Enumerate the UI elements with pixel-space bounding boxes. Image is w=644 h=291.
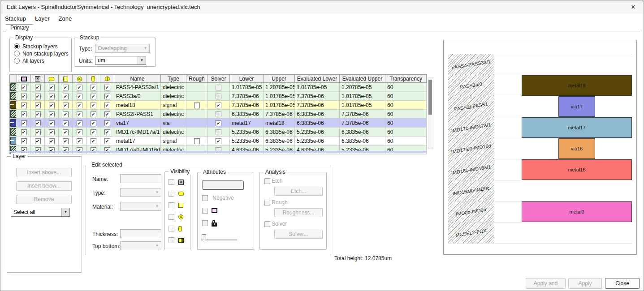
- radio-option-stackup-layers[interactable]: Stackup layers: [14, 43, 58, 50]
- solver-checkbox[interactable]: [216, 85, 221, 90]
- column-header-monitor-icon[interactable]: [17, 75, 31, 83]
- eval-upper-cell[interactable]: 5.2335e-06: [340, 146, 385, 154]
- visibility-option-checkbox[interactable]: [169, 237, 174, 243]
- eval-upper-cell[interactable]: 1.01785e-05: [340, 101, 385, 110]
- upper-cell[interactable]: 6.3835e-06: [264, 128, 295, 137]
- column-header-name[interactable]: Name: [114, 75, 161, 83]
- column-header-type[interactable]: Type: [161, 75, 186, 83]
- visibility-checkbox[interactable]: [35, 138, 41, 144]
- visibility-checkbox[interactable]: [77, 94, 82, 99]
- transparency-cell[interactable]: 60: [385, 137, 427, 146]
- visibility-checkbox[interactable]: [91, 111, 96, 117]
- type-cell[interactable]: signal: [161, 137, 186, 146]
- eval-upper-cell[interactable]: 6.3835e-06: [340, 128, 385, 137]
- column-header-rough[interactable]: Rough: [186, 75, 207, 83]
- name-cell[interactable]: IMD17a/0-IMD16d: [114, 146, 161, 154]
- visibility-checkbox[interactable]: [49, 94, 55, 99]
- name-cell[interactable]: PASS2f-PASS1: [114, 110, 161, 119]
- visibility-checkbox[interactable]: [104, 129, 110, 135]
- name-cell[interactable]: metal18: [114, 101, 161, 110]
- visibility-option-checkbox[interactable]: [169, 214, 174, 220]
- thickness-field[interactable]: [120, 229, 161, 238]
- negative-checkbox[interactable]: [202, 195, 208, 201]
- visibility-checkbox[interactable]: [35, 103, 41, 108]
- column-header-polygon-icon[interactable]: [45, 75, 59, 83]
- name-cell[interactable]: via17: [114, 119, 161, 128]
- visibility-checkbox[interactable]: [63, 94, 69, 99]
- insert-below-button[interactable]: Insert below...: [16, 181, 72, 191]
- type-cell[interactable]: signal: [161, 101, 186, 110]
- upper-cell[interactable]: 1.01785e-05: [264, 101, 295, 110]
- eval-upper-cell[interactable]: 1.20785e-05: [340, 83, 385, 92]
- stackup-bar-metal16[interactable]: metal16: [522, 159, 632, 180]
- transparency-slider[interactable]: [201, 233, 237, 244]
- rough-checkbox[interactable]: [264, 200, 270, 205]
- table-scrollbar[interactable]: [428, 77, 433, 149]
- solver-checkbox[interactable]: [216, 111, 221, 117]
- eval-upper-cell[interactable]: 6.3835e-06: [340, 137, 385, 146]
- table-row[interactable]: PASS4-PASS3a/1dielectric1.01785e-051.207…: [10, 83, 427, 92]
- eval-upper-cell[interactable]: 7.3785e-06: [340, 119, 385, 128]
- radio-button[interactable]: [14, 58, 20, 64]
- column-header-pins-icon[interactable]: [59, 75, 73, 83]
- stackup-bar-metal18[interactable]: metal18: [522, 75, 632, 96]
- visibility-checkbox[interactable]: [91, 103, 96, 108]
- visibility-checkbox[interactable]: [49, 120, 55, 126]
- type-select[interactable]: ▼: [120, 188, 161, 197]
- visibility-checkbox[interactable]: [91, 94, 96, 99]
- visibility-checkbox[interactable]: [104, 120, 110, 126]
- transparency-cell[interactable]: 60: [385, 146, 427, 154]
- type-cell[interactable]: dielectric: [161, 92, 186, 101]
- name-cell[interactable]: metal17: [114, 137, 161, 146]
- visibility-checkbox[interactable]: [35, 120, 41, 126]
- radio-button[interactable]: [14, 43, 20, 49]
- solver-checkbox[interactable]: [264, 221, 270, 227]
- visibility-option-checkbox[interactable]: [169, 179, 174, 185]
- radio-option-all-layers[interactable]: All layers: [14, 58, 44, 64]
- type-cell[interactable]: via: [161, 119, 186, 128]
- menu-item-layer[interactable]: Layer: [30, 14, 54, 22]
- visibility-checkbox[interactable]: [77, 120, 82, 126]
- tab-primary[interactable]: Primary: [6, 24, 33, 32]
- eval-lower-cell[interactable]: 5.2335e-06: [295, 137, 340, 146]
- table-row[interactable]: via17viametal17metal186.3835e-067.3785e-…: [10, 119, 427, 128]
- visibility-checkbox[interactable]: [104, 138, 110, 144]
- eval-lower-cell[interactable]: 1.01785e-05: [295, 83, 340, 92]
- visibility-checkbox[interactable]: [77, 138, 82, 144]
- top-bottom-select[interactable]: ▼: [120, 241, 161, 250]
- type-cell[interactable]: dielectric: [161, 128, 186, 137]
- lower-cell[interactable]: 5.2335e-06: [230, 137, 264, 146]
- type-cell[interactable]: dielectric: [161, 83, 186, 92]
- column-header-lower[interactable]: Lower: [230, 75, 264, 83]
- visibility-checkbox[interactable]: [104, 111, 110, 117]
- eval-lower-cell[interactable]: 7.3785e-06: [295, 92, 340, 101]
- visibility-checkbox[interactable]: [77, 85, 82, 90]
- visibility-checkbox[interactable]: [63, 85, 69, 90]
- name-field[interactable]: [120, 174, 161, 183]
- solver-button[interactable]: Solver...: [274, 230, 323, 239]
- attribute-checkbox[interactable]: [202, 208, 208, 214]
- select-all-dropdown[interactable]: Select all ▼: [11, 208, 70, 217]
- visibility-checkbox[interactable]: [21, 103, 27, 108]
- visibility-checkbox[interactable]: [91, 129, 96, 135]
- lower-cell[interactable]: 4.6335e-06: [230, 146, 264, 154]
- lower-cell[interactable]: 7.3785e-06: [230, 92, 264, 101]
- eval-lower-cell[interactable]: 6.3835e-06: [295, 119, 340, 128]
- visibility-checkbox[interactable]: [35, 94, 41, 99]
- visibility-checkbox[interactable]: [49, 111, 55, 117]
- lower-cell[interactable]: 7.3785e-06: [230, 101, 264, 110]
- lower-cell[interactable]: 5.2335e-06: [230, 128, 264, 137]
- solver-checkbox[interactable]: [216, 129, 221, 135]
- visibility-checkbox[interactable]: [63, 138, 69, 144]
- visibility-checkbox[interactable]: [63, 103, 69, 108]
- column-header-box-x-icon[interactable]: [31, 75, 45, 83]
- upper-cell[interactable]: 1.01785e-05: [264, 92, 295, 101]
- visibility-checkbox[interactable]: [21, 129, 27, 135]
- column-header-evaluated-lower[interactable]: Evaluated Lower: [295, 75, 340, 83]
- visibility-option-checkbox[interactable]: [169, 202, 174, 208]
- type-cell[interactable]: dielectric: [161, 146, 186, 154]
- stackup-bar-via16[interactable]: via16: [558, 138, 595, 159]
- stackup-bar-via17[interactable]: via17: [558, 96, 595, 117]
- lower-cell[interactable]: metal17: [230, 119, 264, 128]
- visibility-checkbox[interactable]: [21, 138, 27, 144]
